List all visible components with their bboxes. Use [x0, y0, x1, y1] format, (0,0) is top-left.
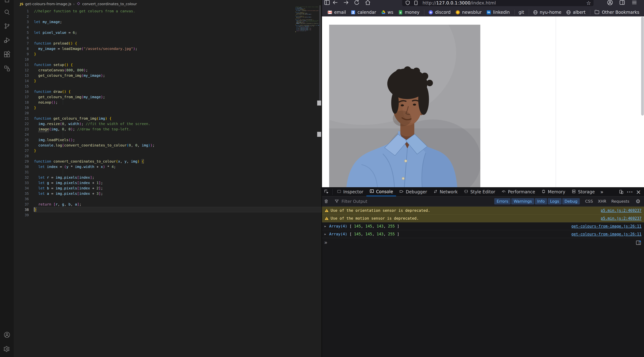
bookmark-money[interactable]: money	[398, 10, 420, 15]
code-line[interactable]: 15	[14, 84, 322, 89]
code-line[interactable]: 17 get_colours_from_img(my_image);	[14, 94, 322, 100]
code-line[interactable]: 18 noLoop();	[14, 100, 322, 105]
menu-hamburger-icon[interactable]	[631, 0, 638, 6]
console-prompt[interactable]: »	[322, 238, 644, 247]
code-line[interactable]: 33 let g = img.pixels[index + 1];	[14, 180, 322, 186]
responsive-design-icon[interactable]	[618, 188, 625, 196]
filter-category-css[interactable]: CSS	[583, 198, 595, 204]
code-line[interactable]: 31	[14, 170, 322, 175]
bookmark-newsblur[interactable]: newsblur	[455, 10, 482, 15]
code-line[interactable]: 28	[14, 153, 322, 159]
home-icon[interactable]	[364, 0, 371, 6]
console-settings-gear-icon[interactable]: ⚙	[632, 198, 644, 204]
page-scrollbar[interactable]	[641, 17, 644, 116]
source-link[interactable]: p5.min.js:2:469237	[601, 208, 642, 213]
code-line[interactable]: 29function convert_coordinates_to_colour…	[14, 159, 322, 164]
expand-arrow-icon[interactable]: ▶	[324, 232, 329, 236]
code-line[interactable]: 5let pixel_value = 6;	[14, 30, 322, 35]
code-line[interactable]: 38}	[14, 207, 322, 212]
code-line[interactable]: 16function draw() {	[14, 89, 322, 94]
console-warning[interactable]: Use of the orientation sensor is depreca…	[322, 206, 644, 214]
filter-level-logs[interactable]: Logs	[548, 198, 562, 204]
code-area[interactable]: 1//helper function to get colours from a…	[14, 8, 322, 218]
bookmark-discord[interactable]: discord	[428, 10, 450, 15]
source-link[interactable]: get-colours-from-image.js:26:11	[571, 224, 642, 228]
breadcrumb-filename[interactable]: get-colours-from-image.js	[25, 2, 72, 6]
breadcrumb[interactable]: JS get-colours-from-image.js › convert_c…	[20, 0, 137, 8]
bookmark-linkedin[interactable]: inlinkedin	[486, 10, 510, 15]
filter-level-warnings[interactable]: Warnings	[511, 198, 534, 204]
tab-console[interactable]: Console	[366, 188, 396, 196]
code-line[interactable]: 7function preload() {	[14, 40, 322, 46]
code-line[interactable]: 9}	[14, 51, 322, 57]
filter-category-requests[interactable]: Requests	[609, 198, 632, 204]
code-line[interactable]: 11function setup() {	[14, 62, 322, 68]
code-line[interactable]: 12 createCanvas(800, 800);	[14, 68, 322, 73]
other-bookmarks[interactable]: Other Bookmarks	[594, 9, 639, 16]
account-icon[interactable]	[607, 0, 613, 6]
source-link[interactable]: p5.min.js:2:469237	[601, 216, 642, 220]
bookmark-albert[interactable]: albert	[566, 10, 586, 15]
sidebars-icon[interactable]	[619, 0, 626, 6]
expand-arrow-icon[interactable]: ▶	[324, 225, 329, 228]
code-line[interactable]: 4	[14, 24, 322, 30]
code-line[interactable]: 6	[14, 35, 322, 40]
code-line[interactable]: 23 image(img, 0, 0); //draw from the top…	[14, 126, 322, 132]
tab-storage[interactable]: Storage	[568, 188, 598, 196]
code-line[interactable]: 24	[14, 132, 322, 137]
code-line[interactable]: 35 let a = img.pixels[index + 3];	[14, 191, 322, 196]
settings-gear-icon[interactable]	[4, 346, 10, 353]
code-line[interactable]: 1//helper function to get colours from a…	[14, 8, 322, 14]
window-divider[interactable]	[322, 0, 322, 357]
tab-debugger[interactable]: Debugger	[396, 188, 430, 196]
code-line[interactable]: 13 get_colours_from_img(my_image);	[14, 73, 322, 78]
reload-icon[interactable]	[354, 0, 360, 6]
code-line[interactable]: 21function get_colours_from_img(img) {	[14, 116, 322, 121]
pick-element-icon[interactable]	[322, 188, 331, 196]
close-icon[interactable]: ×	[635, 188, 642, 196]
files-icon[interactable]	[4, 0, 10, 3]
bookmark-nyu-home[interactable]: nyu-home	[533, 10, 561, 15]
code-line[interactable]: 2	[14, 14, 322, 19]
code-line[interactable]: 8 my_image = loadImage("/assets/secondar…	[14, 46, 322, 51]
bookmark-email[interactable]: email	[327, 10, 346, 15]
array-label[interactable]: Array(4)	[329, 224, 347, 228]
breadcrumb-symbol[interactable]: convert_coordinates_to_colour	[82, 2, 137, 6]
tab-performance[interactable]: Performance	[498, 188, 538, 196]
code-line[interactable]: 37 return [r, g, b, a];	[14, 202, 322, 207]
code-line[interactable]: 36	[14, 196, 322, 202]
tab-network[interactable]: Network	[430, 188, 461, 196]
code-line[interactable]: 10	[14, 57, 322, 62]
search-icon[interactable]	[4, 8, 10, 16]
url-text[interactable]: http://127.0.0.1:3000/index.html	[422, 0, 586, 6]
code-line[interactable]: 30 let index = (y * img.width + x) * 4;	[14, 164, 322, 170]
extensions-icon[interactable]	[4, 51, 10, 58]
tab-inspector[interactable]: Inspector	[334, 188, 366, 196]
code-line[interactable]: 22 img.resize(0, width); //fit the width…	[14, 121, 322, 126]
forward-icon[interactable]	[343, 0, 349, 6]
trash-icon[interactable]	[322, 199, 330, 204]
bookmark-git[interactable]: git	[518, 10, 524, 15]
back-icon[interactable]	[332, 0, 338, 6]
references-icon[interactable]	[4, 65, 10, 72]
array-label[interactable]: Array(4)	[329, 232, 347, 236]
bookmark-star-icon[interactable]: ☆	[586, 0, 591, 6]
source-link[interactable]: get-colours-from-image.js:26:11	[571, 232, 642, 236]
shield-icon[interactable]	[405, 0, 410, 6]
minimap[interactable]: //helper function to get colours from a …	[295, 6, 319, 32]
code-line[interactable]: 39	[14, 212, 322, 218]
tab-style-editor[interactable]: Style Editor	[461, 188, 498, 196]
source-control-icon[interactable]	[4, 22, 10, 30]
filter-level-errors[interactable]: Errors	[494, 198, 510, 204]
split-console-icon[interactable]	[636, 240, 642, 245]
code-line[interactable]: 26 console.log(convert_coordinates_to_co…	[14, 142, 322, 148]
code-line[interactable]: 14}	[14, 78, 322, 84]
bookmark-calendar[interactable]: 31calendar	[350, 10, 376, 15]
console-log[interactable]: ▶Array(4) [ 145, 145, 143, 255 ]get-colo…	[322, 222, 644, 230]
console-warning[interactable]: Use of the motion sensor is deprecated.p…	[322, 214, 644, 222]
account-icon[interactable]	[4, 331, 10, 338]
filter-input[interactable]: Filter Output	[342, 199, 367, 204]
code-line[interactable]: 19}	[14, 105, 322, 110]
editor-scrollbar[interactable]	[319, 5, 321, 105]
code-line[interactable]: 34 let b = img.pixels[index + 2];	[14, 186, 322, 191]
